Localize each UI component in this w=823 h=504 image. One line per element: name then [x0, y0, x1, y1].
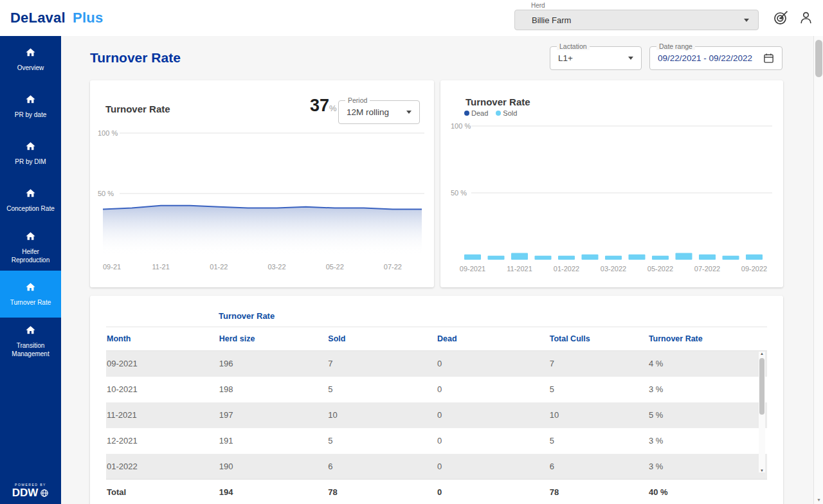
- lactation-label: Lactation: [557, 42, 590, 50]
- svg-text:09-2021: 09-2021: [460, 265, 485, 273]
- table-cell: 5: [327, 377, 437, 402]
- table-row: 11-2021 197 10 0 10 5 %: [106, 402, 767, 428]
- page-scroll-thumb[interactable]: [815, 40, 822, 77]
- target-icon[interactable]: [773, 10, 789, 26]
- lactation-value: L1+: [558, 53, 573, 63]
- line-chart-svg: 50 %100 %09-2111-2101-2203-2205-2207-22: [96, 125, 428, 274]
- scroll-down-icon[interactable]: ▼: [814, 498, 823, 502]
- svg-text:100 %: 100 %: [98, 129, 118, 137]
- table-cell: 0: [437, 351, 549, 377]
- sidebar-item-label: Heifer Reproduction: [0, 248, 61, 264]
- sidebar-item-pr-by-date[interactable]: PR by date: [0, 83, 61, 130]
- calendar-icon[interactable]: [763, 53, 774, 64]
- table-row: 01-2022 190 6 0 6 3 %: [106, 454, 767, 480]
- scroll-down-icon[interactable]: ▼: [759, 469, 765, 473]
- table-cell: 0: [437, 454, 549, 480]
- table-row: 12-2021 191 5 0 5 3 %: [106, 428, 767, 454]
- table-cell: 6: [327, 454, 437, 480]
- table-cell: 10: [549, 402, 648, 428]
- sidebar-item-label: PR by date: [12, 111, 49, 119]
- date-range-value: 09/22/2021 - 09/22/2022: [658, 53, 752, 63]
- chevron-down-icon: [406, 111, 412, 114]
- table-cell: 3 %: [648, 428, 767, 454]
- table-cell: 3 %: [648, 454, 767, 480]
- table-cell: 7: [549, 351, 648, 377]
- period-value: 12M rolling: [347, 107, 389, 117]
- svg-text:03-22: 03-22: [267, 263, 285, 271]
- sidebar-item-label: Transition Management: [0, 341, 61, 358]
- home-icon: [25, 94, 36, 107]
- sidebar: Overview PR by date PR by DIM Conception…: [0, 36, 61, 504]
- lactation-select[interactable]: Lactation L1+: [550, 46, 642, 70]
- sidebar-item-pr-by-dim[interactable]: PR by DIM: [0, 130, 61, 177]
- home-icon: [25, 282, 36, 295]
- svg-text:05-22: 05-22: [326, 263, 344, 271]
- sidebar-item-heifer-reproduction[interactable]: Heifer Reproduction: [0, 224, 61, 271]
- sidebar-item-label: Conception Rate: [4, 204, 57, 213]
- turnover-trend-card: Turnover Rate 37% Period 12M rolling 50 …: [90, 80, 434, 287]
- table-cell: 5: [327, 428, 437, 454]
- user-icon[interactable]: [798, 10, 814, 26]
- table-cell: 7: [327, 351, 437, 377]
- svg-text:11-2021: 11-2021: [507, 265, 532, 273]
- svg-text:05-2022: 05-2022: [647, 265, 673, 273]
- sidebar-item-overview[interactable]: Overview: [0, 36, 61, 83]
- kpi-value: 37%: [310, 96, 337, 116]
- logo-delaval: DeLaval: [10, 10, 66, 26]
- date-range-input[interactable]: Date range 09/22/2021 - 09/22/2022: [649, 46, 782, 70]
- globe-icon: [40, 489, 49, 498]
- table-scrollbar[interactable]: ▲ ▼: [759, 352, 765, 473]
- home-icon: [25, 47, 36, 60]
- table-cell: 0: [437, 377, 549, 402]
- table-cell: 5: [549, 428, 648, 454]
- column-header: Total Culls: [549, 327, 648, 351]
- column-header: Herd size: [219, 327, 328, 351]
- page-scrollbar[interactable]: ▼: [813, 36, 823, 504]
- table-cell: 4 %: [648, 351, 767, 377]
- turnover-table-card: Turnover Rate Month Herd size Sold Dead …: [90, 296, 783, 504]
- sidebar-item-label: Overview: [15, 64, 47, 72]
- sidebar-item-conception-rate[interactable]: Conception Rate: [0, 177, 61, 224]
- main-content: Turnover Rate Lactation L1+ Date range 0…: [61, 36, 823, 504]
- kpi-unit: %: [329, 104, 337, 113]
- home-icon: [25, 325, 36, 338]
- column-header: Dead: [437, 327, 549, 351]
- table-row: 09-2021 196 7 0 7 4 %: [106, 351, 767, 377]
- sidebar-item-turnover-rate[interactable]: Turnover Rate: [0, 271, 61, 318]
- scroll-up-icon[interactable]: ▲: [759, 352, 765, 356]
- turnover-table: Month Herd size Sold Dead Total Culls Tu…: [106, 327, 767, 504]
- table-row: 10-2021 198 5 0 5 3 %: [106, 377, 767, 402]
- svg-text:11-21: 11-21: [152, 263, 170, 271]
- table-cell: 5: [549, 377, 648, 402]
- table-cell: 40 %: [648, 480, 767, 504]
- svg-text:03-2022: 03-2022: [601, 265, 626, 273]
- turnover-monthly-card: Turnover Rate Dead Sold 50 %100 %09-2021…: [440, 80, 783, 287]
- svg-text:01-22: 01-22: [210, 263, 228, 271]
- herd-select[interactable]: Herd Billie Farm: [514, 2, 759, 30]
- svg-text:09-21: 09-21: [103, 263, 121, 271]
- herd-select-label: Herd: [531, 2, 759, 9]
- column-header: Sold: [327, 327, 437, 351]
- table-scroll-thumb[interactable]: [759, 358, 764, 415]
- herd-select-box[interactable]: Billie Farm: [514, 10, 759, 30]
- app-logo: DeLaval Plus: [0, 10, 103, 26]
- period-select[interactable]: Period 12M rolling: [338, 100, 420, 124]
- chevron-down-icon: [628, 57, 633, 60]
- table-cell: 01-2022: [106, 454, 219, 480]
- logo-plus: Plus: [73, 10, 103, 26]
- table-cell: 196: [219, 351, 328, 377]
- svg-text:09-2022: 09-2022: [741, 265, 767, 273]
- svg-text:50 %: 50 %: [451, 189, 467, 197]
- sidebar-item-label: PR by DIM: [12, 158, 48, 166]
- table-cell: 5 %: [648, 402, 767, 428]
- sidebar-item-transition-management[interactable]: Transition Management: [0, 318, 61, 364]
- column-header: Turnover Rate: [648, 327, 767, 351]
- table-total-row: Total 194 78 0 78 40 %: [106, 480, 767, 504]
- table-cell: 11-2021: [106, 402, 219, 428]
- table-cell: 0: [437, 428, 549, 454]
- table-cell: 09-2021: [106, 351, 219, 377]
- table-cell: 78: [327, 480, 437, 504]
- table-cell: 78: [549, 480, 648, 504]
- table-title: Turnover Rate: [219, 311, 275, 321]
- home-icon: [25, 188, 36, 201]
